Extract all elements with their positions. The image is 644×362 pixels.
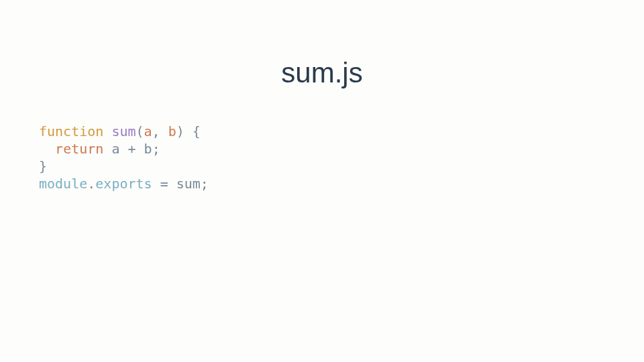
brace-open: { <box>193 123 201 139</box>
param-b: b <box>168 123 176 139</box>
function-name: sum <box>111 123 136 139</box>
var-sum: sum <box>176 176 201 192</box>
slide: sum.js function sum(a, b) { return a + b… <box>0 0 644 362</box>
var-a: a <box>111 141 119 157</box>
keyword-return: return <box>55 141 103 157</box>
param-a: a <box>144 123 152 139</box>
var-b: b <box>144 141 152 157</box>
slide-title: sum.js <box>0 57 644 89</box>
equals: = <box>160 176 168 192</box>
op-plus: + <box>127 141 136 157</box>
semicolon: ; <box>152 141 160 157</box>
paren-close: ) <box>176 123 184 139</box>
code-block: function sum(a, b) { return a + b; } mod… <box>0 123 644 192</box>
exports: exports <box>95 176 152 192</box>
dot: . <box>87 176 95 192</box>
comma: , <box>152 123 160 139</box>
indent <box>39 141 55 157</box>
semicolon-2: ; <box>201 176 209 192</box>
module: module <box>39 176 87 192</box>
paren-open: ( <box>136 123 144 139</box>
brace-close: } <box>39 158 47 174</box>
keyword-function: function <box>39 123 103 139</box>
